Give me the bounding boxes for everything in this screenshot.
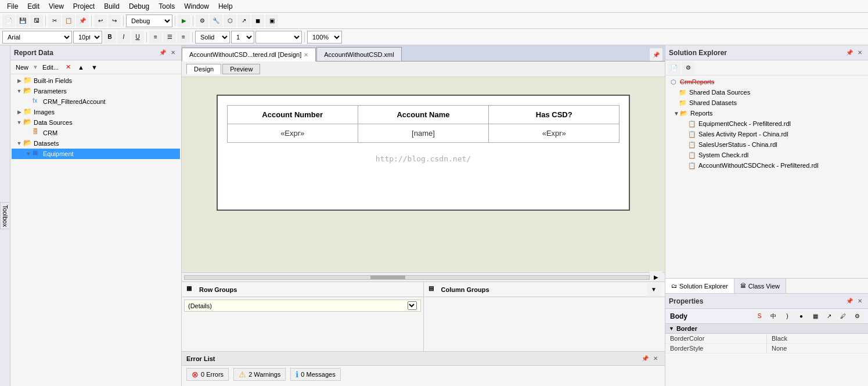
sol-shared-datasources[interactable]: 📁 Shared Data Sources — [667, 87, 867, 98]
menu-tools[interactable]: Tools — [154, 1, 179, 12]
sol-new-btn[interactable]: 📄 — [668, 62, 680, 74]
prop-icon6[interactable]: ↗ — [823, 310, 835, 323]
warnings-label: 2 Warnings — [248, 371, 280, 378]
errors-btn[interactable]: ⊗ 0 Errors — [186, 368, 229, 381]
up-btn[interactable]: ▲ — [75, 63, 87, 72]
error-close-btn[interactable]: ✕ — [651, 354, 660, 363]
save-all-btn[interactable]: 🖫 — [30, 15, 43, 27]
padding-dropdown[interactable] — [255, 31, 302, 44]
prop-icon2[interactable]: 中 — [767, 310, 780, 323]
sol-equipment-check[interactable]: 📋 EquipmentCheck - Prefiltered.rdl — [667, 118, 867, 129]
menu-debug[interactable]: Debug — [124, 1, 154, 12]
pin-btn[interactable]: 📌 — [158, 48, 167, 57]
design-tab-design[interactable]: Design — [186, 64, 221, 74]
tab-close-rdl[interactable]: ✕ — [304, 52, 308, 58]
cut-btn[interactable]: ✂ — [48, 15, 61, 27]
tree-item-params[interactable]: ▼ 📂 Parameters — [12, 86, 180, 96]
tree-item-crm[interactable]: 🗄 CRM — [12, 128, 180, 138]
rdl-awcsd-icon: 📋 — [687, 161, 697, 170]
run-btn[interactable]: ▶ — [178, 15, 190, 27]
col-groups-section: ▤ Column Groups ▼ — [423, 282, 665, 297]
redo-btn[interactable]: ↪ — [108, 15, 121, 27]
new-btn[interactable]: 📄 — [2, 15, 15, 27]
toolbar-btn3[interactable]: ⬡ — [224, 15, 236, 27]
col-groups-col — [424, 297, 665, 351]
sol-shared-datasets[interactable]: 📁 Shared Datasets — [667, 98, 867, 108]
delete-item-btn[interactable]: ✕ — [63, 62, 74, 72]
tree-item-crm-filtered[interactable]: fx CRM_FilteredAccount — [12, 96, 180, 107]
prop-icon4[interactable]: ● — [795, 310, 808, 323]
border-width-dropdown[interactable]: 1 pt — [231, 31, 254, 44]
prop-icon7[interactable]: 🖊 — [837, 310, 849, 323]
undo-btn[interactable]: ↩ — [94, 15, 107, 27]
tree-item-datasources[interactable]: ▼ 📂 Data Sources — [12, 117, 180, 128]
pin-editor-btn[interactable]: 📌 — [650, 48, 662, 61]
tree-item-builtin[interactable]: ▶ 📁 Built-in Fields — [12, 75, 180, 86]
italic-btn[interactable]: I — [117, 31, 130, 44]
sol-root[interactable]: ⬡ CrmReports — [667, 77, 867, 87]
sol-system-check[interactable]: 📋 System Check.rdl — [667, 150, 867, 160]
zoom-dropdown[interactable]: 100% — [307, 31, 342, 44]
tab-design-rdl[interactable]: AccountWithoutCSD...tered.rdl [Design] ✕ — [182, 48, 316, 62]
border-section[interactable]: ▼ Border — [665, 324, 868, 334]
bold-btn[interactable]: B — [103, 31, 116, 44]
align-left-btn[interactable]: ≡ — [149, 31, 162, 44]
toolbox-tab[interactable]: Toolbox — [0, 202, 10, 230]
col-groups-dropdown-btn[interactable]: ▼ — [647, 283, 660, 296]
h-scrollbar[interactable]: ▶ — [182, 272, 665, 282]
props-pin-btn[interactable]: 📌 — [845, 297, 854, 306]
class-view-tab[interactable]: 🏛 Class View — [734, 279, 786, 293]
error-pin-btn[interactable]: 📌 — [640, 354, 650, 363]
menu-build[interactable]: Build — [99, 1, 124, 12]
warnings-btn[interactable]: ⚠ 2 Warnings — [233, 368, 286, 381]
toolbar-btn5[interactable]: ◼ — [251, 15, 264, 27]
details-dropdown[interactable] — [408, 301, 417, 310]
prop-icon3[interactable]: ) — [781, 310, 794, 323]
menu-file[interactable]: File — [2, 1, 23, 12]
sol-account-without-csd[interactable]: 📋 AccountWithoutCSDCheck - Prefiltered.r… — [667, 160, 867, 171]
border-style-dropdown[interactable]: Solid — [195, 31, 230, 44]
down-btn[interactable]: ▼ — [88, 63, 100, 72]
save-btn[interactable]: 💾 — [16, 15, 29, 27]
paste-btn[interactable]: 📌 — [76, 15, 89, 27]
tree-item-images[interactable]: ▶ 📁 Images — [12, 107, 180, 117]
details-row[interactable]: (Details) — [184, 300, 421, 312]
sol-prop-btn[interactable]: ⚙ — [682, 62, 694, 74]
sol-sales-user-status[interactable]: 📋 SalesUserStatus - China.rdl — [667, 139, 867, 150]
report-data-panel: Report Data 📌 ✕ New ▼ Edit... ✕ ▲ ▼ ▶ 📁 … — [10, 45, 182, 386]
sol-reports[interactable]: ▼ 📂 Reports — [667, 108, 867, 118]
menu-window[interactable]: Window — [179, 1, 214, 12]
font-size-dropdown[interactable]: 10pt — [73, 31, 102, 44]
debug-config-dropdown[interactable]: Debug — [126, 15, 172, 27]
prop-icon5[interactable]: ▦ — [809, 310, 822, 323]
new-item-btn[interactable]: New — [13, 63, 31, 72]
menu-help[interactable]: Help — [214, 1, 237, 12]
toolbar-btn6[interactable]: ▣ — [265, 15, 278, 27]
sales-activity-label: Sales Activity Report - China.rdl — [698, 131, 788, 138]
edit-item-btn[interactable]: Edit... — [39, 63, 62, 72]
menu-edit[interactable]: Edit — [23, 1, 44, 12]
underline-btn[interactable]: U — [131, 31, 144, 44]
copy-btn[interactable]: 📋 — [62, 15, 75, 27]
sol-close-btn[interactable]: ✕ — [855, 48, 865, 57]
tree-item-equipment[interactable]: ▼ ▦ Equipment — [12, 149, 180, 159]
sol-sales-activity[interactable]: 📋 Sales Activity Report - China.rdl — [667, 129, 867, 139]
toolbar-btn2[interactable]: 🔧 — [210, 15, 222, 27]
close-panel-btn[interactable]: ✕ — [168, 48, 178, 57]
tab-xml[interactable]: AccountWithoutCSD.xml — [316, 47, 401, 61]
sol-pin-btn[interactable]: 📌 — [845, 48, 854, 57]
prop-icon8[interactable]: ⚙ — [851, 310, 863, 323]
menu-view[interactable]: View — [44, 1, 69, 12]
toolbar-btn1[interactable]: ⚙ — [196, 15, 208, 27]
tree-item-datasets[interactable]: ▼ 📂 Datasets — [12, 138, 180, 149]
font-family-dropdown[interactable]: Arial — [2, 31, 72, 44]
align-right-btn[interactable]: ≡ — [177, 31, 190, 44]
prop-icon1[interactable]: S — [753, 310, 766, 323]
align-center-btn[interactable]: ☰ — [163, 31, 176, 44]
solution-explorer-tab[interactable]: 🗂 Solution Explorer — [665, 279, 734, 293]
messages-btn[interactable]: ℹ 0 Messages — [290, 368, 340, 381]
toolbar-btn4[interactable]: ↗ — [237, 15, 250, 27]
menu-project[interactable]: Project — [69, 1, 99, 12]
props-close-btn[interactable]: ✕ — [855, 297, 865, 306]
design-tab-preview[interactable]: Preview — [222, 64, 260, 74]
